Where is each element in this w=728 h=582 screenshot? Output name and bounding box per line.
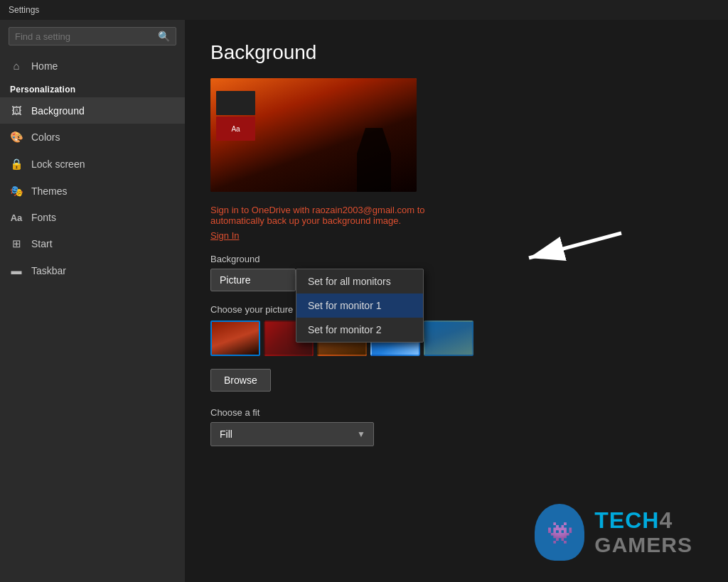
context-menu: Set for all monitors Set for monitor 1 S… (296, 269, 424, 343)
preview-tile-2: Aa (216, 117, 255, 141)
sidebar: 🔍 ⌂ Home Personalization 🖼 Background 🎨 … (0, 20, 185, 582)
sidebar-item-background[interactable]: 🖼 Background (0, 97, 185, 124)
sidebar-item-themes[interactable]: 🎭 Themes (0, 178, 185, 205)
sign-in-link[interactable]: Sign In (210, 230, 239, 241)
context-menu-item-all-monitors[interactable]: Set for all monitors (296, 269, 423, 293)
background-icon: 🖼 (10, 104, 23, 117)
background-select[interactable]: Picture (210, 269, 296, 291)
sidebar-item-fonts[interactable]: Aa Fonts (0, 205, 185, 230)
background-preview: Aa (210, 78, 417, 192)
search-input[interactable] (15, 31, 158, 42)
sidebar-item-start[interactable]: ⊞ Start (0, 230, 185, 257)
preview-tiles: Aa (216, 91, 255, 141)
page-title: Background (210, 41, 702, 64)
sidebar-item-fonts-label: Fonts (31, 212, 56, 223)
choose-picture-label: Choose your picture (210, 304, 702, 315)
thumb-1[interactable] (210, 320, 260, 356)
watermark-gamers: GAMERS (594, 533, 692, 556)
fit-label: Choose a fit (210, 407, 702, 418)
preview-image: Aa (210, 78, 417, 192)
sidebar-item-home[interactable]: ⌂ Home (0, 53, 185, 79)
main-layout: 🔍 ⌂ Home Personalization 🖼 Background 🎨 … (0, 20, 728, 582)
sidebar-item-colors[interactable]: 🎨 Colors (0, 124, 185, 151)
fit-select[interactable]: Fill Fit Stretch Tile Center Span (210, 422, 374, 446)
search-bar[interactable]: 🔍 (9, 27, 176, 45)
lock-icon: 🔒 (10, 158, 23, 171)
context-menu-item-monitor-2[interactable]: Set for monitor 2 (296, 318, 423, 342)
sidebar-item-home-label: Home (31, 60, 58, 72)
sidebar-item-colors-label: Colors (31, 131, 60, 143)
titlebar: Settings (0, 0, 728, 20)
home-icon: ⌂ (10, 60, 23, 72)
context-menu-item-monitor-1[interactable]: Set for monitor 1 (296, 293, 423, 318)
fit-select-wrapper: Fill Fit Stretch Tile Center Span ▼ (210, 422, 374, 446)
sidebar-item-taskbar-label: Taskbar (31, 265, 66, 276)
preview-figure (353, 128, 395, 192)
watermark-4: 4 (659, 507, 673, 533)
watermark-text: TECH4 GAMERS (594, 508, 692, 556)
onedrive-message: Sign in to OneDrive with raozain2003@gma… (210, 205, 481, 226)
sidebar-item-lock-screen[interactable]: 🔒 Lock screen (0, 151, 185, 178)
sidebar-item-taskbar[interactable]: ▬ Taskbar (0, 257, 185, 284)
thumb-5[interactable] (424, 320, 473, 356)
start-icon: ⊞ (10, 237, 23, 250)
fonts-icon: Aa (10, 212, 23, 223)
background-field-label: Background (210, 254, 702, 264)
sidebar-item-start-label: Start (31, 238, 53, 249)
sidebar-item-themes-label: Themes (31, 185, 68, 197)
watermark-tech: TECH4 (594, 507, 673, 533)
colors-icon: 🎨 (10, 131, 23, 144)
section-label: Personalization (0, 79, 185, 97)
preview-tile-1 (216, 91, 255, 115)
taskbar-icon: ▬ (10, 264, 23, 276)
themes-icon: 🎭 (10, 185, 23, 198)
background-field-row: Picture Set for all monitors Set for mon… (210, 269, 702, 291)
titlebar-title: Settings (9, 5, 39, 15)
browse-button[interactable]: Browse (210, 369, 271, 392)
sidebar-item-background-label: Background (31, 105, 85, 117)
picture-thumbnails (210, 320, 702, 356)
content-area: Background Aa Sign in to OneDrive with r… (185, 20, 728, 582)
sidebar-item-lock-label: Lock screen (31, 158, 85, 170)
watermark: 👾 TECH4 GAMERS (535, 504, 692, 561)
mascot-icon: 👾 (535, 504, 584, 561)
search-icon: 🔍 (158, 31, 170, 42)
